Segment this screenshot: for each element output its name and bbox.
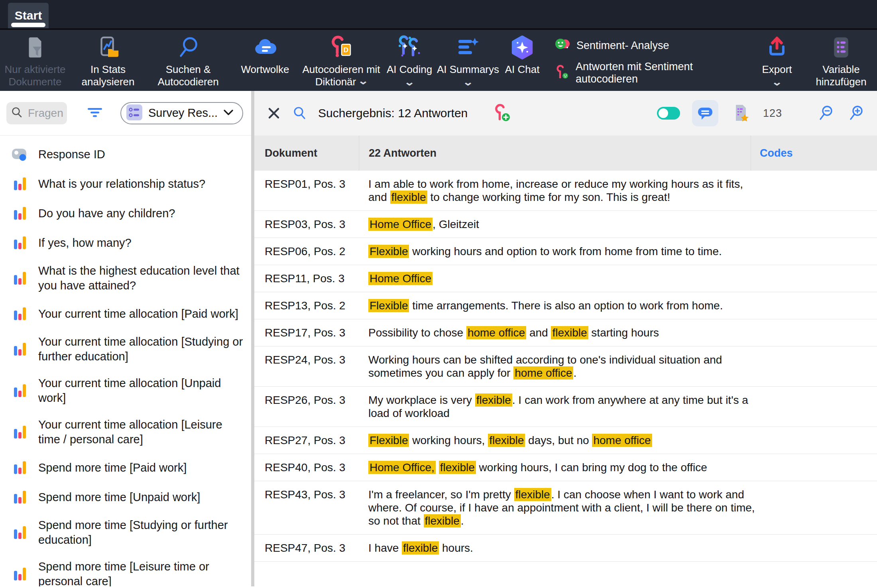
questionnaire-icon bbox=[126, 104, 143, 122]
sidebar-question-item[interactable]: Do you have any children? bbox=[0, 199, 251, 228]
bar-chart-icon bbox=[10, 234, 29, 252]
chevron-down-icon: ⌄ bbox=[771, 79, 783, 85]
table-row[interactable]: RESP27, Pos. 3 Flexible working hours, f… bbox=[254, 427, 877, 454]
sidebar-question-item[interactable]: Your current time allocation [Leisure ti… bbox=[0, 411, 251, 453]
panel-divider[interactable] bbox=[251, 91, 254, 586]
ribbon-label: AI Coding bbox=[387, 63, 432, 76]
sidebar-question-item[interactable]: What is your relationship status? bbox=[0, 169, 251, 199]
search-autocode-button[interactable]: Suchen & Autocodieren bbox=[146, 30, 230, 91]
document-cell: RESP43, Pos. 3 bbox=[254, 481, 359, 534]
zoom-in-button[interactable] bbox=[847, 104, 865, 122]
table-row[interactable]: RESP06, Pos. 2 Flexible working hours an… bbox=[254, 238, 877, 265]
table-row[interactable]: RESP26, Pos. 3 My workplace is very flex… bbox=[254, 387, 877, 427]
numbers-toggle[interactable]: 123 bbox=[763, 107, 782, 120]
bar-chart-icon bbox=[10, 269, 29, 287]
search-input[interactable]: Fragen bbox=[6, 102, 67, 124]
ribbon-toolbar: Nur aktivierte Dokumente In Stats analys… bbox=[0, 30, 877, 91]
bar-chart-icon bbox=[10, 524, 29, 541]
ribbon-label: Variable hinzufügen bbox=[802, 63, 877, 88]
sidebar-question-item[interactable]: If yes, how many? bbox=[0, 228, 251, 258]
table-row[interactable]: RESP47, Pos. 3 I have flexible hours. bbox=[254, 535, 877, 562]
highlighted-term: home office bbox=[513, 366, 573, 380]
bar-chart-icon bbox=[10, 175, 29, 193]
sentiment-analysis-icon bbox=[555, 37, 571, 54]
sidebar-question-item[interactable]: Spend more time [Leisure time or persona… bbox=[0, 553, 251, 586]
table-header: Dokument 22 Antworten Codes bbox=[254, 136, 877, 171]
sidebar-question-item[interactable]: Your current time allocation [Studying o… bbox=[0, 328, 251, 370]
answer-cell: Flexible working hours and option to wor… bbox=[359, 238, 877, 265]
sentiment-group: Sentiment- Analyse Antworten mit Sentime… bbox=[545, 30, 752, 91]
sidebar-question-item[interactable]: Spend more time [Unpaid work] bbox=[0, 482, 251, 512]
close-button[interactable] bbox=[266, 106, 281, 121]
toggle-switch[interactable] bbox=[657, 107, 680, 120]
word-cloud-button[interactable]: Wortwolke bbox=[230, 30, 300, 91]
column-header-antworten[interactable]: 22 Antworten bbox=[359, 136, 751, 171]
table-row[interactable]: RESP11, Pos. 3 Home Office bbox=[254, 265, 877, 292]
ai-coding-button[interactable]: AI Coding ⌄ bbox=[383, 30, 436, 91]
search-icon bbox=[10, 106, 23, 120]
sidebar-question-item[interactable]: Spend more time [Studying or further edu… bbox=[0, 512, 251, 553]
answer-cell: Possibility to chose home office and fle… bbox=[359, 319, 877, 346]
question-label: What is your relationship status? bbox=[38, 177, 205, 191]
tab-start[interactable]: Start bbox=[8, 3, 49, 28]
toggle-knob bbox=[659, 108, 668, 118]
table-row[interactable]: RESP24, Pos. 3 Working hours can be shif… bbox=[254, 346, 877, 387]
highlighted-term: Home Office bbox=[368, 218, 433, 231]
sentiment-analysis-button[interactable]: Sentiment- Analyse bbox=[555, 37, 669, 54]
ai-chat-icon bbox=[510, 35, 535, 60]
table-row[interactable]: RESP13, Pos. 2 Flexible time arrangement… bbox=[254, 292, 877, 319]
sidebar-question-item[interactable]: Spend more time [Paid work] bbox=[0, 453, 251, 482]
export-icon bbox=[765, 35, 789, 60]
bar-chart-icon bbox=[10, 565, 29, 583]
ai-summarys-icon bbox=[455, 35, 481, 60]
zoom-out-button[interactable] bbox=[816, 104, 835, 122]
question-label: Response ID bbox=[38, 147, 105, 162]
table-row[interactable]: RESP03, Pos. 3 Home Office, Gleitzeit bbox=[254, 211, 877, 238]
chevron-down-icon bbox=[223, 109, 234, 117]
chevron-down-icon: ⌄ bbox=[358, 78, 369, 84]
column-header-dokument[interactable]: Dokument bbox=[254, 147, 359, 159]
export-button[interactable]: Export ⌄ bbox=[752, 30, 802, 91]
document-star-button[interactable] bbox=[730, 103, 751, 124]
document-cell: RESP40, Pos. 3 bbox=[254, 454, 359, 481]
autocode-add-button[interactable] bbox=[492, 103, 512, 124]
question-label: Your current time allocation [Unpaid wor… bbox=[38, 376, 243, 405]
highlighted-term: Home Office, bbox=[368, 461, 436, 474]
highlighted-term: Flexible bbox=[368, 299, 409, 312]
document-cell: RESP11, Pos. 3 bbox=[254, 265, 359, 292]
question-label: Spend more time [Paid work] bbox=[38, 460, 187, 475]
table-body: RESP01, Pos. 3 I am able to work from ho… bbox=[254, 171, 877, 586]
question-label: Spend more time [Leisure time or persona… bbox=[38, 559, 243, 586]
sidebar-question-item[interactable]: Response ID bbox=[0, 140, 251, 169]
filter-button[interactable] bbox=[84, 106, 106, 120]
ai-summarys-button[interactable]: AI Summarys ⌄ bbox=[436, 30, 500, 91]
ribbon-label: Suchen & Autocodieren bbox=[146, 63, 230, 88]
table-row[interactable]: RESP40, Pos. 3 Home Office, flexible wor… bbox=[254, 454, 877, 481]
table-row[interactable]: RESP43, Pos. 3 I'm a freelancer, so I'm … bbox=[254, 481, 877, 535]
question-label: Spend more time [Studying or further edu… bbox=[38, 518, 243, 547]
highlighted-term: flexible bbox=[424, 514, 461, 527]
comments-view-button[interactable] bbox=[692, 100, 718, 126]
dictionary-autocode-icon: D bbox=[328, 35, 354, 60]
search-results-panel: Suchergebnis: 12 Antworten 123 bbox=[254, 91, 877, 586]
sentiment-analysis-label: Sentiment- Analyse bbox=[576, 39, 669, 52]
sidebar-question-item[interactable]: What is the highest education level that… bbox=[0, 258, 251, 299]
analyze-in-stats-button[interactable]: In Stats analysieren bbox=[70, 30, 146, 91]
table-row[interactable]: RESP17, Pos. 3 Possibility to chose home… bbox=[254, 319, 877, 346]
column-header-codes[interactable]: Codes bbox=[751, 136, 877, 171]
table-row[interactable]: RESP01, Pos. 3 I am able to work from ho… bbox=[254, 171, 877, 211]
response-id-icon bbox=[10, 146, 29, 163]
results-title: Suchergebnis: 12 Antworten bbox=[318, 106, 468, 120]
search-placeholder: Fragen bbox=[28, 107, 63, 120]
only-activated-documents-button[interactable]: Nur aktivierte Dokumente bbox=[0, 30, 70, 91]
survey-select[interactable]: Survey Res... bbox=[120, 102, 243, 124]
highlighted-term: flexible bbox=[402, 541, 439, 555]
sentiment-autocode-button[interactable]: Antworten mit Sentiment autocodieren bbox=[555, 61, 741, 85]
autocode-dictionary-button[interactable]: D Autocodieren mit Diktionär⌄ bbox=[300, 30, 383, 91]
ribbon-label: Autocodieren mit Diktionär⌄ bbox=[300, 63, 383, 88]
add-variable-button[interactable]: Variable hinzufügen bbox=[802, 30, 877, 91]
bar-chart-icon bbox=[10, 459, 29, 476]
ai-chat-button[interactable]: AI Chat bbox=[500, 30, 545, 91]
sidebar-question-item[interactable]: Your current time allocation [Unpaid wor… bbox=[0, 370, 251, 411]
sidebar-question-item[interactable]: Your current time allocation [Paid work] bbox=[0, 299, 251, 328]
